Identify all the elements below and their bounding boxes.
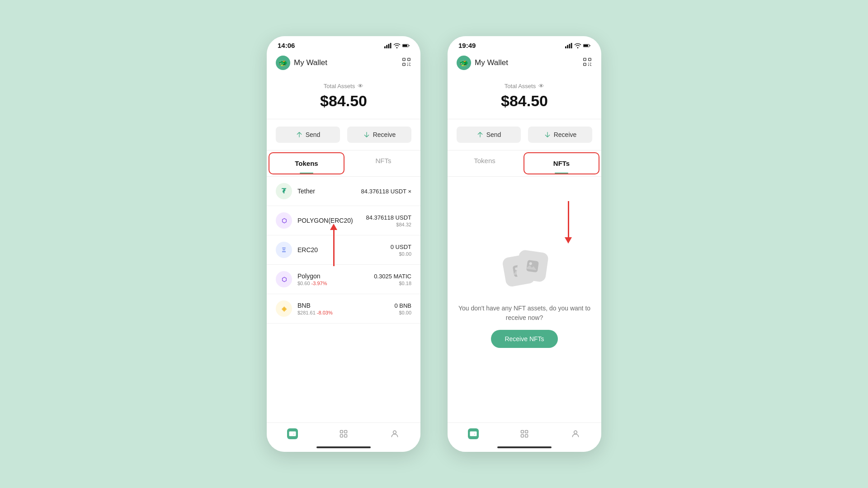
phone2-frame: 19:49	[448, 36, 601, 452]
bnb-amount: 0 BNB	[394, 302, 411, 309]
status-time-1: 14:06	[278, 42, 295, 49]
polygon-erc20-usd: $84.32	[366, 222, 411, 227]
svg-rect-17	[340, 435, 343, 437]
svg-point-43	[574, 431, 577, 434]
svg-rect-25	[590, 45, 590, 46]
svg-line-13	[409, 65, 410, 66]
svg-rect-22	[569, 44, 570, 48]
receive-nfts-button[interactable]: Receive NFTs	[491, 330, 557, 348]
svg-rect-2	[388, 44, 389, 48]
tab-nfts-1[interactable]: NFTs	[346, 150, 420, 176]
total-assets-label-1: Total Assets 👁	[267, 83, 420, 89]
home-indicator-2	[448, 443, 601, 452]
bnb-sub: $281.61 -8.03%	[297, 310, 394, 315]
tabs-2: Tokens NFTs	[448, 150, 601, 177]
header-left-2: 🐲 My Wallet	[457, 56, 508, 70]
assets-section-1: Total Assets 👁 $84.50	[267, 75, 420, 119]
status-icons-1	[384, 42, 410, 49]
svg-rect-0	[384, 46, 386, 48]
total-amount-2: $84.50	[448, 92, 601, 110]
svg-rect-40	[525, 431, 528, 433]
battery-icon-2	[583, 42, 590, 49]
receive-button-1[interactable]: Receive	[347, 127, 411, 143]
token-item-erc20[interactable]: Ξ ERC20 0 USDT $0.00	[267, 235, 420, 265]
wallet-title-2: My Wallet	[475, 58, 508, 67]
erc20-info: ERC20	[297, 246, 391, 253]
svg-rect-18	[344, 435, 347, 437]
phone2-container: 19:49	[448, 36, 601, 452]
polygon-icon: ⬡	[276, 271, 292, 287]
status-icons-2	[565, 42, 590, 49]
avatar-2: 🐲	[457, 56, 471, 70]
battery-icon	[402, 42, 410, 49]
home-indicator-1	[267, 443, 420, 452]
svg-rect-27	[584, 58, 586, 61]
explore-nav-icon-1	[338, 428, 349, 439]
token-item-bnb[interactable]: ◈ BNB $281.61 -8.03% 0 BNB $0.00	[267, 294, 420, 324]
svg-rect-7	[403, 58, 406, 61]
tether-amount: 84.376118 USDT ×	[361, 188, 411, 195]
receive-button-2[interactable]: Receive	[528, 127, 592, 143]
tether-amounts: 84.376118 USDT ×	[361, 188, 411, 195]
tab-tokens-2[interactable]: Tokens	[448, 150, 522, 176]
nav-wallet-2[interactable]	[468, 428, 479, 439]
header-left-1: 🐲 My Wallet	[276, 56, 327, 70]
erc20-name: ERC20	[297, 246, 391, 253]
svg-rect-28	[589, 58, 591, 61]
tether-icon: ₮	[276, 183, 292, 199]
nav-wallet-1[interactable]	[287, 428, 298, 439]
erc20-usd: $0.00	[391, 251, 411, 257]
tab-tokens-1[interactable]: Tokens	[269, 152, 344, 174]
wifi-icon	[393, 42, 401, 49]
token-item-polygon-erc20[interactable]: ⬡ POLYGON(ERC20) 84.376118 USDT $84.32	[267, 206, 420, 235]
send-button-1[interactable]: Send	[276, 127, 340, 143]
header-2: 🐲 My Wallet	[448, 52, 601, 75]
erc20-amounts: 0 USDT $0.00	[391, 244, 411, 257]
svg-rect-26	[584, 44, 588, 47]
token-list-1: ₮ Tether 84.376118 USDT × ⬡ POLYGON(ERC2…	[267, 177, 420, 422]
polygon-usd: $0.18	[374, 281, 411, 286]
tether-name: Tether	[297, 188, 361, 195]
send-button-2[interactable]: Send	[457, 127, 521, 143]
erc20-amount: 0 USDT	[391, 244, 411, 250]
status-time-2: 19:49	[458, 42, 476, 49]
home-bar-2	[497, 446, 552, 448]
bnb-usd: $0.00	[394, 310, 411, 315]
bnb-amounts: 0 BNB $0.00	[394, 302, 411, 315]
svg-rect-5	[409, 45, 409, 46]
nav-explore-1[interactable]	[338, 428, 349, 439]
svg-rect-6	[403, 44, 407, 47]
nft-image-icon-right	[525, 258, 540, 274]
wifi-icon-2	[574, 42, 581, 49]
polygon-name: Polygon	[297, 272, 374, 280]
svg-rect-41	[521, 435, 524, 437]
polygon-erc20-amounts: 84.376118 USDT $84.32	[366, 214, 411, 227]
svg-rect-23	[571, 42, 572, 48]
tether-info: Tether	[297, 188, 361, 195]
nft-empty-state: You don't have any NFT assets, do you wa…	[448, 177, 601, 422]
signal-icon-2	[565, 42, 572, 49]
nav-profile-1[interactable]	[389, 428, 400, 439]
token-item-tether[interactable]: ₮ Tether 84.376118 USDT ×	[267, 177, 420, 206]
bottom-nav-2	[448, 422, 601, 443]
bottom-nav-1	[267, 422, 420, 443]
eye-icon-1[interactable]: 👁	[358, 83, 363, 89]
svg-rect-1	[386, 45, 387, 48]
nft-card-right	[516, 249, 549, 282]
nft-icon-group	[502, 251, 547, 292]
svg-rect-38	[470, 432, 476, 436]
scan-icon-1[interactable]	[401, 57, 411, 69]
scan-icon-2[interactable]	[582, 57, 592, 69]
nav-profile-2[interactable]	[570, 428, 581, 439]
nav-explore-2[interactable]	[519, 428, 530, 439]
erc20-icon: Ξ	[276, 242, 292, 258]
tab-nfts-2[interactable]: NFTs	[524, 152, 599, 174]
token-item-polygon[interactable]: ⬡ Polygon $0.60 -3.97% 0.3025 MATIC $0.1…	[267, 265, 420, 294]
svg-rect-39	[521, 431, 524, 433]
receive-icon-2	[544, 131, 551, 138]
polygon-info: Polygon $0.60 -3.97%	[297, 272, 374, 286]
eye-icon-2[interactable]: 👁	[538, 83, 544, 89]
svg-rect-36	[526, 259, 538, 272]
svg-rect-15	[340, 431, 343, 433]
wallet-nav-icon-2	[468, 428, 479, 439]
